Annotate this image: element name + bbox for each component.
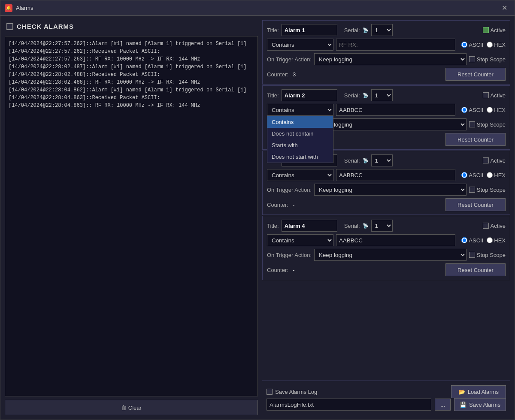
trigger-select-4[interactable]: Keep logging Stop logging [314, 249, 467, 261]
save-log-container: Save Alarms Log [267, 389, 317, 395]
save-alarms-label: Save Alarms [469, 402, 500, 408]
save-log-checkbox[interactable] [267, 389, 273, 395]
save-icon: 💾 [460, 402, 467, 408]
alarm-3-trigger-row: On Trigger Action: Keep logging Stop log… [267, 184, 506, 196]
stop-scope-checkbox-2[interactable] [469, 121, 475, 127]
serial-icon-1: 📡 [363, 27, 369, 33]
log-file-input[interactable] [267, 399, 431, 411]
log-area: [14/04/2024@22:27:57.262]::Alarm [#1] na… [5, 36, 258, 396]
log-line: [14/04/2024@22:28:04.862]::Alarm [#1] na… [9, 86, 254, 94]
load-icon: 📂 [458, 389, 465, 395]
reset-counter-button-1[interactable]: Reset Counter [445, 68, 506, 81]
encoding-group-2: ASCII HEX [461, 107, 506, 113]
hex-radio-4[interactable] [487, 237, 493, 243]
ascii-label-2[interactable]: ASCII [461, 107, 483, 113]
dropdown-item-starts-with[interactable]: Starts with [267, 139, 333, 151]
browse-button[interactable]: ... [435, 399, 451, 411]
hex-radio-2[interactable] [487, 107, 493, 113]
hex-label-2[interactable]: HEX [487, 107, 506, 113]
log-line: [14/04/2024@22:28:02.488]::Received Pack… [9, 71, 254, 79]
alarm-3-filter-row: Contains Does not contain Starts with Do… [267, 169, 506, 181]
ascii-radio-4[interactable] [461, 237, 467, 243]
ascii-radio-1[interactable] [461, 42, 467, 48]
filter-select-4[interactable]: Contains Does not contain Starts with Do… [267, 234, 333, 246]
active-label-4: Active [491, 223, 506, 229]
stop-scope-checkbox-1[interactable] [469, 56, 475, 62]
active-checkbox-4[interactable] [483, 223, 489, 229]
filter-input-1[interactable] [336, 39, 455, 51]
serial-label-1: Serial: [344, 27, 360, 33]
serial-select-1[interactable]: 1 2 3 4 [371, 24, 393, 36]
title-bar: 🔔 Alarms ✕ [0, 0, 515, 16]
alarm-1-counter-row: Counter: 3 Reset Counter [267, 68, 506, 81]
active-container-3: Active [483, 157, 506, 164]
active-checkbox-2[interactable] [483, 92, 489, 98]
title-input-2[interactable] [282, 89, 337, 101]
stop-scope-checkbox-4[interactable] [469, 252, 475, 258]
close-button[interactable]: ✕ [498, 2, 510, 14]
stop-scope-container-3: Stop Scope [469, 187, 506, 193]
save-alarms-button[interactable]: 💾 Save Alarms [454, 398, 506, 411]
title-input-4[interactable] [282, 220, 337, 232]
filter-input-2[interactable] [336, 104, 455, 116]
counter-value-3: - [291, 202, 443, 208]
hex-label-3[interactable]: HEX [487, 172, 506, 178]
active-checkbox-1[interactable] [483, 27, 489, 33]
active-checkbox-3[interactable] [483, 157, 489, 163]
reset-counter-button-4[interactable]: Reset Counter [445, 263, 506, 276]
hex-radio-3[interactable] [487, 172, 493, 178]
filter-input-4[interactable] [336, 234, 455, 246]
reset-counter-button-2[interactable]: Reset Counter [445, 133, 506, 146]
counter-label-3: Counter: [267, 202, 288, 208]
alarm-1-title-row: Title: Serial: 📡 1 2 3 4 Active [267, 24, 506, 36]
ascii-radio-2[interactable] [461, 107, 467, 113]
load-label: Load Alarms [468, 389, 499, 395]
hex-radio-1[interactable] [487, 42, 493, 48]
ascii-label-4[interactable]: ASCII [461, 237, 483, 244]
serial-select-2[interactable]: 1 2 3 4 [371, 89, 393, 101]
active-container-1: Active [483, 27, 506, 33]
serial-select-3[interactable]: 1 2 3 4 [371, 154, 393, 166]
active-label-1: Active [491, 27, 506, 33]
stop-scope-label-1: Stop Scope [477, 56, 506, 63]
ascii-label-3[interactable]: ASCII [461, 172, 483, 178]
filter-select-2[interactable]: Contains Does not contain Starts with Do… [267, 104, 333, 116]
title-input-1[interactable] [282, 24, 337, 36]
serial-icon-4: 📡 [363, 223, 369, 229]
serial-label-2: Serial: [344, 92, 360, 99]
ascii-label-1[interactable]: ASCII [461, 42, 483, 48]
log-line: [14/04/2024@22:28:02.487]::Alarm [#1] na… [9, 63, 254, 71]
serial-label-3: Serial: [344, 157, 360, 164]
filter-select-1[interactable]: Contains Does not contain Starts with Do… [267, 39, 333, 51]
load-alarms-button[interactable]: 📂 Load Alarms [451, 385, 506, 398]
active-container-4: Active [483, 223, 506, 229]
trigger-select-3[interactable]: Keep logging Stop logging [314, 184, 467, 196]
trigger-select-1[interactable]: Keep logging Stop logging [314, 53, 467, 65]
clear-button[interactable]: 🗑 Clear [5, 400, 258, 415]
filter-select-3[interactable]: Contains Does not contain Starts with Do… [267, 169, 333, 181]
encoding-group-3: ASCII HEX [461, 172, 506, 178]
alarm-2-filter-row: Contains Does not contain Starts with Do… [267, 104, 506, 116]
title-label-1: Title: [267, 27, 279, 33]
stop-scope-checkbox-3[interactable] [469, 187, 475, 193]
clear-icon: 🗑 [121, 405, 127, 411]
dropdown-item-contains[interactable]: Contains [267, 116, 333, 128]
ascii-radio-3[interactable] [461, 172, 467, 178]
trigger-select-2[interactable]: Keep logging Stop logging [314, 118, 467, 130]
reset-counter-button-3[interactable]: Reset Counter [445, 198, 506, 211]
stop-scope-container-1: Stop Scope [469, 56, 506, 63]
dropdown-item-not-contains[interactable]: Does not contain [267, 128, 333, 139]
log-line: [14/04/2024@22:28:04.863]::Received Pack… [9, 94, 254, 102]
log-line: [14/04/2024@22:28:04.863]:: RF RX: 10000… [9, 102, 254, 109]
window-title: Alarms [16, 5, 498, 11]
serial-label-4: Serial: [344, 223, 360, 229]
hex-label-4[interactable]: HEX [487, 237, 506, 244]
save-log-label: Save Alarms Log [275, 389, 317, 395]
filter-input-3[interactable] [336, 169, 455, 181]
serial-icon-3: 📡 [363, 158, 369, 163]
dropdown-item-not-starts-with[interactable]: Does not start with [267, 151, 333, 163]
app-icon: 🔔 [5, 4, 12, 12]
hex-label-1[interactable]: HEX [487, 42, 506, 48]
serial-select-4[interactable]: 1 2 3 4 [371, 220, 393, 232]
check-alarms-checkbox[interactable] [6, 23, 13, 30]
